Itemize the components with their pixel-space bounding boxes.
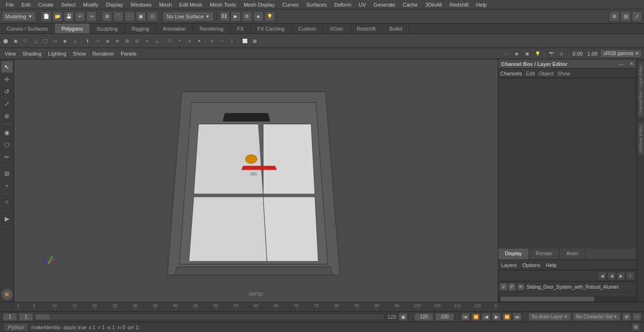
bridge-btn[interactable]: ⤻ xyxy=(93,37,102,45)
layer-expand[interactable]: ▶ xyxy=(617,272,625,280)
new-file-btn[interactable]: 📄 xyxy=(41,11,51,22)
layer-playback-check[interactable]: P xyxy=(509,283,515,290)
dt-tab-display[interactable]: Display xyxy=(498,249,529,259)
skip-to-end-btn[interactable]: ⏭ xyxy=(513,313,521,321)
view-menu-shading[interactable]: Shading xyxy=(20,50,44,57)
options-tab[interactable]: Options xyxy=(522,262,540,268)
play-back-btn[interactable]: ◀ xyxy=(482,313,490,321)
menu-curves[interactable]: Curves xyxy=(279,1,303,8)
menu-edit-mesh[interactable]: Edit Mesh xyxy=(175,1,206,8)
view-menu-view[interactable]: View xyxy=(2,50,19,57)
undo-btn[interactable]: ↩ xyxy=(75,11,85,22)
smooth-btn[interactable]: ∿ xyxy=(142,37,152,45)
menu-modify[interactable]: Modify xyxy=(79,1,102,8)
cb-minimize[interactable]: — xyxy=(619,61,624,67)
gamma-dropdown[interactable]: sRGB gamma ▼ xyxy=(600,49,642,58)
paint-btn[interactable]: ✏ xyxy=(1,151,13,162)
char-set-dropdown[interactable]: No Character Set ▼ xyxy=(573,313,620,321)
layers-tab[interactable]: Layers xyxy=(501,262,517,268)
combine-btn[interactable]: ⊞ xyxy=(123,37,132,45)
tab-fx[interactable]: FX xyxy=(231,24,251,33)
attr-editor-side-tab[interactable]: Attribute Editor xyxy=(637,121,644,156)
fullscreen-btn[interactable]: ⤢ xyxy=(632,11,642,22)
tab-animation[interactable]: Animation xyxy=(156,24,193,33)
redo-btn[interactable]: ↪ xyxy=(86,11,97,22)
dt-tab-render[interactable]: Render xyxy=(529,249,560,259)
help-tab[interactable]: Help xyxy=(546,262,557,268)
view-menu-panels[interactable]: Panels xyxy=(118,50,140,57)
menu-create[interactable]: Create xyxy=(34,1,58,8)
layer-nav-right[interactable]: ◀ xyxy=(607,272,616,280)
range-end-input[interactable] xyxy=(414,313,433,321)
uv-unfold-btn[interactable]: ⬜ xyxy=(240,37,249,45)
tab-fx-caching[interactable]: FX Caching xyxy=(251,24,291,33)
tab-curves-surfaces[interactable]: Curves / Surfaces xyxy=(0,24,55,33)
move-tool-btn[interactable]: ✛ xyxy=(1,73,13,85)
plane-btn[interactable]: ▭ xyxy=(50,37,60,45)
layer-visibility-check[interactable]: V xyxy=(500,283,507,290)
maya-logo-btn[interactable]: M xyxy=(1,289,13,300)
render-settings-btn[interactable]: ⚙ xyxy=(242,11,252,22)
anim-extra-btn[interactable]: ⋯ xyxy=(633,313,641,321)
hypershade-btn[interactable]: ◈ xyxy=(253,11,264,22)
tab-bullet[interactable]: Bullet xyxy=(383,24,410,33)
isolation-btn[interactable]: ◎ xyxy=(557,49,566,58)
anim-settings-btn[interactable]: ⚙ xyxy=(622,313,631,321)
render-view-btn[interactable]: 🎞 xyxy=(219,11,230,22)
cb-tab-edit[interactable]: Edit xyxy=(526,71,535,76)
lights-btn[interactable]: 💡 xyxy=(533,49,542,58)
snap-btns[interactable]: ⊙ xyxy=(1,196,13,208)
tab-sculpting[interactable]: Sculpting xyxy=(90,24,125,33)
grid-view-btn[interactable]: ⊞ xyxy=(609,11,619,22)
menu-windows[interactable]: Windows xyxy=(127,1,156,8)
snap-curve-btn[interactable]: ⌒ xyxy=(113,11,124,22)
current-frame-input[interactable] xyxy=(19,313,33,321)
snap-point-btn[interactable]: · xyxy=(124,11,135,22)
console-expand-btn[interactable]: ⊞ xyxy=(631,323,640,332)
disk-btn[interactable]: ◉ xyxy=(60,37,70,45)
layer-nav-left[interactable]: ◀ xyxy=(598,272,606,280)
menu-file[interactable]: File xyxy=(2,1,18,8)
cube-btn[interactable]: ▣ xyxy=(11,37,20,45)
uv-layout-btn[interactable]: ▦ xyxy=(250,37,259,45)
menu-display[interactable]: Display xyxy=(102,1,127,8)
menu-3dto-all[interactable]: 3DtoAll xyxy=(421,1,446,8)
soft-select-btn[interactable]: ◉ xyxy=(1,127,13,138)
extrude-btn[interactable]: ⬆ xyxy=(83,37,92,45)
dt-tab-anim[interactable]: Anim xyxy=(560,249,585,259)
select-tool-btn[interactable]: ↖ xyxy=(1,61,13,73)
frame-slider-thumb[interactable] xyxy=(35,314,50,320)
layer-row[interactable]: V P ✏ Sliding_Door_System_with_Robust_Al… xyxy=(498,282,636,292)
triangulate-btn[interactable]: △ xyxy=(152,37,162,45)
show-manip2-btn[interactable]: + xyxy=(1,180,13,191)
cb-tab-object[interactable]: Object xyxy=(538,71,553,76)
ipr-btn[interactable]: ▶ xyxy=(231,11,241,22)
softened-btn[interactable]: ~ xyxy=(217,37,227,45)
wireframe-btn[interactable]: □ xyxy=(502,49,511,58)
snap-live-btn[interactable]: ⊙ xyxy=(147,11,157,22)
offset-edge-btn[interactable]: ± xyxy=(185,37,194,45)
boolean-btn[interactable]: ⊕ xyxy=(113,37,122,45)
start-frame-input[interactable] xyxy=(3,313,17,321)
menu-mesh[interactable]: Mesh xyxy=(155,1,175,8)
menu-surfaces[interactable]: Surfaces xyxy=(303,1,330,8)
tab-redshift[interactable]: Redshift xyxy=(350,24,383,33)
prism-btn[interactable]: △ xyxy=(70,37,80,45)
sphere-btn[interactable]: ⬤ xyxy=(1,37,10,45)
insert-edge-btn[interactable]: + xyxy=(175,37,184,45)
render-btn[interactable]: ▶ xyxy=(1,213,13,224)
scale-tool-btn[interactable]: ⤢ xyxy=(1,98,13,109)
cb-close[interactable]: ✕ xyxy=(629,61,634,67)
viewport[interactable]: persp xyxy=(14,59,498,302)
menu-redshift[interactable]: Redshift xyxy=(446,1,472,8)
layers-scrollbar[interactable] xyxy=(498,296,636,302)
step-fwd-btn[interactable]: ⏩ xyxy=(503,313,511,321)
tab-custom[interactable]: Custom xyxy=(292,24,323,33)
harden-btn[interactable]: | xyxy=(227,37,237,45)
menu-help[interactable]: Help xyxy=(472,1,491,8)
lasso-btn[interactable]: ⬡ xyxy=(1,139,13,150)
timeline-ticks[interactable]: 1510152025303540455055606570758085909510… xyxy=(14,302,498,311)
menu-edit[interactable]: Edit xyxy=(18,1,34,8)
step-back-btn[interactable]: ⏪ xyxy=(471,313,480,321)
crease-btn[interactable]: ≡ xyxy=(207,37,217,45)
